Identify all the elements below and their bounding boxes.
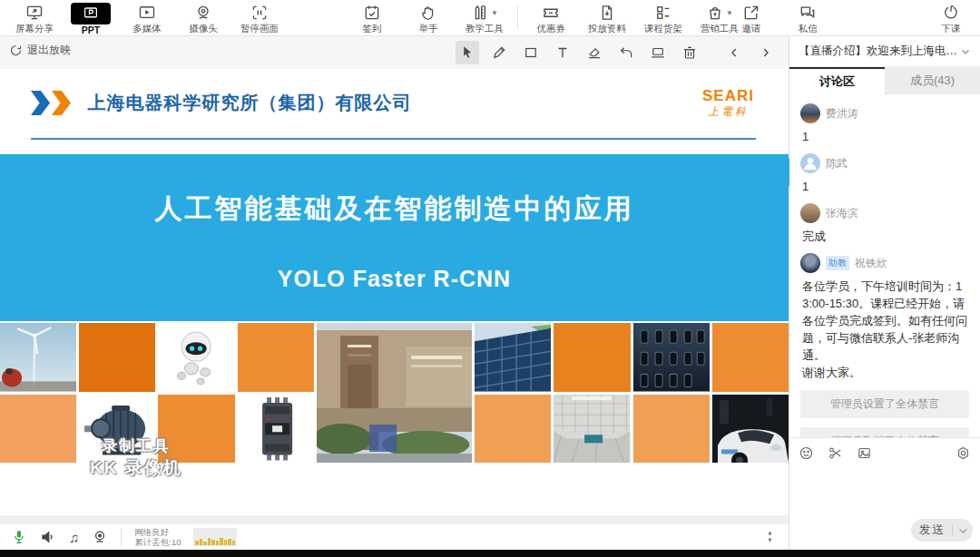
watermark-line1: 录制工具 (50, 435, 222, 456)
slide-banner: 人工智能基础及在智能制造中的应用 YOLO Faster R-CNN (0, 154, 789, 321)
live-intro-title: 【直播介绍】欢迎来到上海电器... (799, 44, 960, 59)
header-rule (31, 138, 756, 140)
photo-solar-panels (475, 323, 551, 392)
toolbar-course-shelf[interactable]: 课程货架 (640, 0, 687, 36)
pen-tool-button[interactable] (487, 41, 511, 64)
network-sparkline (193, 528, 237, 546)
toolbar-screen-share[interactable]: 屏幕分享 (11, 0, 58, 36)
chat-text: 1 (802, 128, 969, 145)
system-message: 管理员取消了全体禁言 (800, 427, 969, 437)
toolbar-label: 签到 (363, 23, 382, 34)
exit-presentation-button[interactable]: 退出放映 (9, 43, 71, 58)
invite-icon (742, 4, 760, 22)
music-icon[interactable]: ♫ (69, 531, 79, 544)
screen-share-icon (25, 4, 44, 22)
orange-tile (79, 323, 155, 392)
orange-tile (238, 323, 314, 392)
gear-icon[interactable] (956, 445, 971, 461)
materials-icon (598, 4, 616, 22)
text-icon (554, 44, 571, 61)
chat-username: 陈武 (826, 156, 848, 171)
text-tool-button[interactable] (551, 41, 574, 64)
board-icon (650, 44, 666, 61)
chat-text: 谢谢大家。 (802, 364, 969, 381)
chat-username: 张海滨 (826, 206, 858, 221)
eraser-tool-button[interactable] (583, 41, 606, 64)
rectangle-tool-button[interactable] (519, 41, 543, 64)
board-tool-button[interactable] (646, 41, 670, 64)
chat-text: 各位学员，下午培训时间为：13:00-15:30。课程已经开始，请各位学员完成签… (802, 278, 969, 364)
chevron-logo-orange (52, 91, 71, 115)
camera-icon (194, 4, 212, 22)
live-intro-header[interactable]: 【直播介绍】欢迎来到上海电器... (789, 36, 980, 67)
exit-presentation-label: 退出放映 (27, 43, 71, 58)
toolbar-media[interactable]: 多媒体 (123, 0, 171, 36)
chat-text: 1 (802, 178, 969, 195)
toolbar-coupon[interactable]: 优惠券 (527, 0, 574, 36)
slide: 上海电器科学研究所（集团）有限公司 SEARI 上電科 人工智能基础及在智能制造… (0, 69, 789, 515)
chat-message: 助教 祝铁欣 各位学员，下午培训时间为：13:00-15:30。课程已经开始，请… (800, 253, 969, 381)
toolbar-ppt[interactable]: PPT (67, 0, 114, 36)
eraser-icon (586, 44, 603, 61)
screenshot-scissors-icon[interactable] (828, 445, 843, 461)
toolbar-label: 邀请 (742, 23, 761, 34)
photo-wind-turbine (0, 323, 76, 392)
toolbar-materials[interactable]: 投放资料 (583, 0, 631, 36)
network-quality-label: 网络良好 (134, 527, 181, 537)
image-icon[interactable] (857, 445, 872, 461)
toolbar-check-in[interactable]: 签到 (348, 0, 396, 36)
toolbar-end-class[interactable]: 下课 (927, 0, 975, 36)
toolbar-raise-hand[interactable]: 举手 (405, 0, 452, 36)
tab-discussion[interactable]: 讨论区 (789, 67, 885, 94)
toolbar-label: 投放资料 (588, 23, 626, 34)
toolbar-teaching-tools[interactable]: ▼ 教学工具 (461, 0, 508, 36)
annotation-toolbar (456, 41, 778, 64)
trash-button[interactable] (678, 41, 701, 64)
toolbar-label: 多媒体 (132, 23, 162, 34)
tab-members[interactable]: 成员(43) (885, 67, 980, 94)
top-toolbar: 屏幕分享 PPT 多媒体 摄像头 暂停画面 签到 (0, 0, 980, 36)
orange-tile (554, 323, 630, 392)
toolbar-label: 暂停画面 (240, 23, 279, 34)
toolbar-divider (517, 5, 518, 29)
slide-title: 人工智能基础及在智能制造中的应用 (0, 154, 789, 228)
select-tool-button[interactable] (456, 41, 479, 64)
toolbar-pause-screen[interactable]: 暂停画面 (236, 0, 283, 36)
chat-username: 费洪涛 (826, 106, 858, 122)
marketing-tools-icon (706, 4, 724, 22)
speaker-icon[interactable] (40, 529, 56, 545)
recorder-watermark: 录制工具 KK 录像机 (50, 435, 222, 480)
exit-presentation-icon (9, 44, 23, 57)
toolbar-camera[interactable]: 摄像头 (180, 0, 227, 36)
direct-message-icon (799, 4, 817, 22)
pen-icon (491, 44, 507, 61)
chevron-down-icon: ▼ (491, 9, 498, 17)
chat-text-input[interactable] (789, 469, 980, 515)
rectangle-icon (523, 44, 539, 61)
microphone-icon[interactable] (11, 529, 27, 545)
company-title: 上海电器科学研究所（集团）有限公司 (87, 91, 411, 115)
chat-message-list[interactable]: 费洪涛 1 陈武 1 张海滨 完成 助教 祝铁欣 各位学员，下午培训时间为：13… (789, 94, 980, 437)
collapse-fullscreen-icon[interactable] (762, 529, 778, 544)
send-button[interactable]: 发送 (911, 519, 973, 542)
cursor-icon (459, 44, 475, 61)
photo-connector-panel (633, 323, 710, 392)
next-page-button[interactable] (754, 41, 778, 64)
prev-page-button[interactable] (722, 41, 746, 64)
toolbar-label: 举手 (419, 23, 438, 34)
undo-button[interactable] (614, 41, 638, 64)
toolbar-label: 私信 (799, 23, 818, 34)
chat-sidebar: 【直播介绍】欢迎来到上海电器... 讨论区 成员(43) 费洪涛 1 陈武 1 … (789, 36, 980, 550)
seari-logo-text: SEARI (702, 87, 754, 105)
toolbar-label: 教学工具 (466, 23, 504, 34)
toolbar-direct-message[interactable]: 私信 (784, 0, 831, 36)
toolbar-label: PPT (82, 24, 100, 36)
seari-logo: SEARI 上電科 (702, 87, 754, 120)
toolbar-invite[interactable]: 邀请 (728, 0, 775, 36)
photo-electric-car (712, 395, 789, 464)
emoji-icon[interactable] (799, 445, 814, 461)
chevron-down-icon[interactable] (960, 46, 971, 57)
send-options-chevron-icon[interactable] (959, 525, 966, 533)
bottom-black-strip (0, 550, 980, 557)
webcam-icon[interactable] (92, 529, 108, 545)
